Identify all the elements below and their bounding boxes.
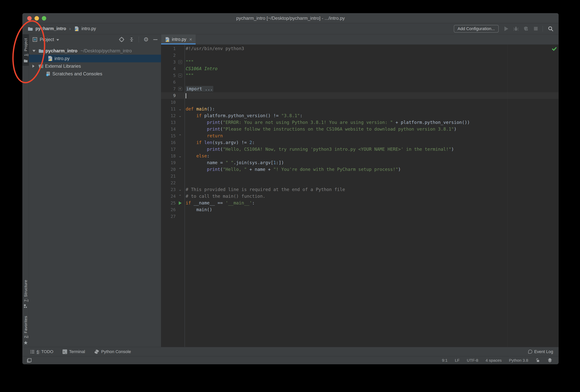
close-tab-icon[interactable]: ✕ [189,37,192,42]
code-line-17[interactable]: 17 print("Hello, CS106A! Now, try runnin… [161,146,559,153]
encoding-widget[interactable]: UTF-8 [467,358,478,363]
title-bar[interactable]: pycharm_intro [~/Desktop/pycharm_intro] … [22,13,559,23]
todo-tool-button[interactable]: 6: TODO [30,349,53,354]
line-number: 14 [161,126,176,132]
interpreter-widget[interactable]: Python 3.8 [509,358,528,363]
fold-expand-icon[interactable]: + [176,86,184,92]
code-line-18[interactable]: 18⌄ else: [161,153,559,159]
fold-end-icon[interactable]: ⌃ [176,193,184,200]
locate-icon[interactable] [119,37,125,42]
inspections-ok-icon[interactable] [552,46,557,52]
unlock-icon[interactable] [536,358,540,363]
code-text[interactable]: # This provided line is required at the … [184,186,345,193]
code-line-24[interactable]: 24⌃# to call the main() function. [161,193,559,200]
stop-icon[interactable] [534,27,538,30]
toolwindow-toggle-icon[interactable] [27,358,32,363]
minimize-button[interactable] [34,16,39,20]
code-line-1[interactable]: 1#!/usr/bin/env python3 [161,45,559,52]
code-line-5[interactable]: 5−""" [161,72,559,79]
tab-intro-py[interactable]: intro.py ✕ [161,34,196,44]
code-line-9[interactable]: 9 [161,92,559,99]
add-configuration-button[interactable]: Add Configuration... [454,25,499,33]
code-line-3[interactable]: 3−""" [161,59,559,65]
terminal-tool-button[interactable]: >_ Terminal [63,349,85,354]
breadcrumb-file[interactable]: intro.py [82,26,96,31]
code-line-22[interactable]: 22 [161,179,559,186]
fold-open-icon[interactable]: ⌄ [176,186,184,193]
favorites-tool-button[interactable]: 2: Favorites [22,316,29,345]
fold-open-icon[interactable]: ⌄ [176,153,184,159]
project-tool-button[interactable]: 1: Project [22,34,29,66]
expand-arrow-icon[interactable] [32,50,35,52]
tree-row-intro-py[interactable]: intro.py [29,55,161,62]
code-text[interactable]: name = " ".join(sys.argv[1:]) [184,159,284,166]
code-line-14[interactable]: 14 print("Please follow the instructions… [161,126,559,132]
code-text[interactable]: CS106A Intro [184,65,218,72]
structure-tool-button[interactable]: 7: Structure [22,280,29,308]
python-console-tool-button[interactable]: Python Console [94,349,131,354]
line-ending-widget[interactable]: LF [455,358,460,363]
code-text[interactable]: if __name__ == '__main__': [184,200,255,206]
settings-gear-icon[interactable]: ⚙ [144,37,149,42]
code-line-15[interactable]: 15⌃ return [161,132,559,139]
code-text[interactable]: """ [184,59,194,65]
event-log-button[interactable]: Event Log [528,349,553,354]
code-line-10[interactable]: 10 [161,99,559,106]
code-text[interactable]: print("ERROR: You are not using Python 3… [184,119,470,126]
code-line-6[interactable]: 6 [161,79,559,86]
code-text[interactable]: print("Please follow the instructions on… [184,126,456,132]
tree-row-root[interactable]: pycharm_intro ~/Desktop/pycharm_intro [29,47,161,55]
coverage-icon[interactable] [524,26,529,31]
code-text[interactable]: else: [184,153,210,159]
run-line-icon[interactable] [176,200,184,206]
code-line-27[interactable]: 27 [161,213,559,220]
debug-icon[interactable] [513,26,519,31]
code-line-7[interactable]: 7+import ... [161,86,559,92]
fold-open-icon[interactable]: ⌄ [176,106,184,112]
fold-end-icon[interactable]: ⌃ [176,166,184,173]
code-text[interactable]: #!/usr/bin/env python3 [184,45,244,52]
code-text[interactable]: # to call the main() function. [184,193,265,200]
code-text[interactable]: import ... [184,86,213,92]
fold-collapse-icon[interactable]: − [176,72,184,79]
code-line-13[interactable]: 13 print("ERROR: You are not using Pytho… [161,119,559,126]
chevron-down-icon[interactable] [56,39,59,41]
search-icon[interactable] [548,26,554,32]
code-line-16[interactable]: 16 if len(sys.argv) != 2: [161,139,559,146]
fold-collapse-icon[interactable]: − [176,59,184,65]
code-text[interactable]: if platform.python_version() != "3.8.1": [184,112,302,119]
collapse-all-icon[interactable] [129,37,134,42]
tree-row-external-libraries[interactable]: External Libraries [29,62,161,70]
code-text[interactable]: return [184,132,223,139]
code-line-12[interactable]: 12⌄ if platform.python_version() != "3.8… [161,112,559,119]
code-line-11[interactable]: 11⌄def main(): [161,106,559,112]
code-text[interactable]: """ [184,72,194,79]
code-text[interactable]: print("Hello, " + name + "! You're done … [184,166,401,173]
run-icon[interactable] [504,26,508,31]
fold-end-icon[interactable]: ⌃ [176,132,184,139]
code-line-26[interactable]: 26 main() [161,206,559,213]
fold-open-icon[interactable]: ⌄ [176,112,184,119]
code-line-21[interactable]: 21 [161,173,559,179]
editor-body[interactable]: 1#!/usr/bin/env python323−"""4CS106A Int… [161,45,559,347]
collapse-arrow-icon[interactable] [32,65,34,68]
code-line-19[interactable]: 19 name = " ".join(sys.argv[1:]) [161,159,559,166]
project-panel-title[interactable]: Project [40,37,54,42]
hide-panel-icon[interactable] [153,39,157,40]
zoom-button[interactable] [42,16,46,20]
code-text[interactable]: print("Hello, CS106A! Now, try running '… [184,146,454,153]
breadcrumb-project[interactable]: pycharm_intro [35,26,66,31]
close-button[interactable] [27,16,32,20]
tree-row-scratches[interactable]: Scratches and Consoles [29,70,161,78]
code-line-2[interactable]: 2 [161,52,559,59]
code-line-4[interactable]: 4CS106A Intro [161,65,559,72]
code-line-23[interactable]: 23⌄# This provided line is required at t… [161,186,559,193]
caret-position-widget[interactable]: 9:1 [442,358,447,363]
code-text[interactable]: def main(): [184,106,215,112]
code-line-20[interactable]: 20⌃ print("Hello, " + name + "! You're d… [161,166,559,173]
code-text[interactable]: main() [184,206,212,213]
inspection-profile-icon[interactable] [547,358,552,363]
code-line-25[interactable]: 25if __name__ == '__main__': [161,200,559,206]
indent-widget[interactable]: 4 spaces [486,358,502,363]
code-text[interactable]: if len(sys.argv) != 2: [184,139,255,146]
